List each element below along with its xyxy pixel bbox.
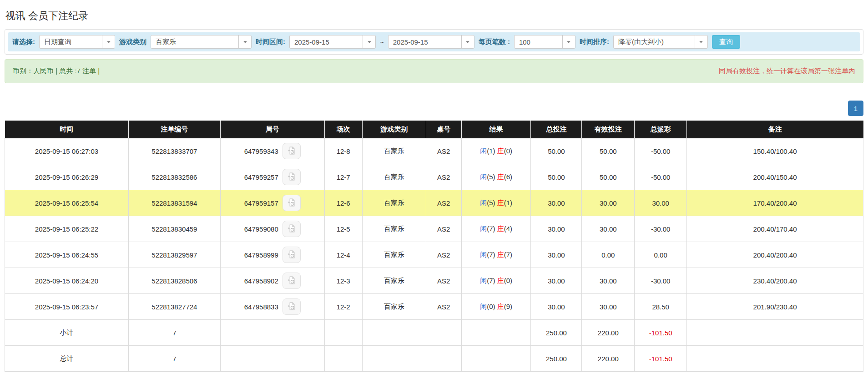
result-player-count: (7): [487, 225, 497, 232]
cell-payout: 30.00: [635, 190, 687, 216]
round-cell: 647959157: [221, 195, 324, 211]
time-sort-value: 降幂(由大到小): [614, 35, 695, 48]
summary-label: 小计: [5, 320, 129, 346]
cell-session: 12-3: [324, 268, 362, 294]
video-replay-button[interactable]: [283, 195, 301, 211]
chevron-down-icon[interactable]: [562, 35, 575, 48]
video-replay-button[interactable]: [283, 298, 301, 315]
query-type-select[interactable]: 日期查询: [39, 35, 115, 49]
cell-total-bet[interactable]: 30.00: [531, 190, 582, 216]
result-player-label: 闲: [480, 303, 487, 310]
column-header: 场次: [324, 121, 362, 138]
table-row: 2025-09-15 06:23:57522813827724647958833…: [5, 294, 863, 320]
chevron-down-icon[interactable]: [363, 35, 375, 48]
chevron-down-icon[interactable]: [461, 35, 474, 48]
records-table: 时间注单编号局号场次游戏类别桌号结果总投注有效投注总派彩备注 2025-09-1…: [5, 121, 863, 372]
currency-total-text: 币别：人民币 | 总共 :7 注单 |: [13, 67, 100, 76]
cell-total-bet[interactable]: 30.00: [531, 216, 582, 242]
result-banker-count: (6): [504, 173, 512, 181]
date-to-select[interactable]: 2025-09-15: [388, 35, 474, 49]
page-1-button[interactable]: 1: [848, 101, 863, 116]
cell-total-bet[interactable]: 30.00: [531, 242, 582, 268]
round-id: 647959080: [244, 225, 278, 233]
video-replay-button[interactable]: [283, 247, 301, 263]
page-size-select[interactable]: 100: [514, 35, 575, 49]
cell-payout: -50.00: [635, 138, 687, 164]
date-from-select[interactable]: 2025-09-15: [289, 35, 376, 49]
cell-payout: 0.00: [635, 242, 687, 268]
cell-remark: 230.40/200.40: [687, 268, 863, 294]
summary-empty: [324, 320, 362, 346]
cell-table-no: AS2: [426, 268, 461, 294]
video-replay-button[interactable]: [283, 273, 301, 289]
cell-payout: -50.00: [635, 164, 687, 190]
cell-time: 2025-09-15 06:24:20: [5, 268, 129, 294]
round-cell: 647958999: [221, 247, 324, 263]
column-header: 桌号: [426, 121, 461, 138]
cell-total-bet[interactable]: 50.00: [531, 164, 582, 190]
search-button[interactable]: 查询: [712, 35, 740, 49]
summary-count: 7: [128, 346, 220, 372]
game-type-label: 游戏类别: [119, 38, 146, 46]
cell-round: 647959257: [220, 164, 324, 190]
chevron-down-icon[interactable]: [238, 35, 251, 48]
chevron-down-icon[interactable]: [102, 35, 115, 48]
cell-round: 647959343: [220, 138, 324, 164]
cell-session: 12-6: [324, 190, 362, 216]
cell-table-no: AS2: [426, 190, 461, 216]
summary-empty: [362, 346, 426, 372]
cell-game-type: 百家乐: [362, 268, 426, 294]
column-header: 注单编号: [128, 121, 220, 138]
time-sort-select[interactable]: 降幂(由大到小): [613, 35, 708, 49]
video-replay-icon: [287, 302, 296, 312]
video-replay-button[interactable]: [283, 221, 301, 237]
cell-valid-bet: 30.00: [582, 216, 635, 242]
column-header: 游戏类别: [362, 121, 426, 138]
cell-round: 647959080: [220, 216, 324, 242]
summary-empty: [461, 320, 531, 346]
table-row: 2025-09-15 06:25:22522813830459647959080…: [5, 216, 863, 242]
game-type-select[interactable]: 百家乐: [151, 35, 252, 49]
result-banker-count: (7): [504, 251, 512, 258]
cell-result: 闲(1) 庄(0): [461, 138, 531, 164]
column-header: 时间: [5, 121, 129, 138]
cell-bet-id: 522813828506: [128, 268, 220, 294]
round-id: 647958999: [244, 251, 278, 259]
cell-time: 2025-09-15 06:24:55: [5, 242, 129, 268]
table-row: 2025-09-15 06:24:20522813828506647958902…: [5, 268, 863, 294]
cell-bet-id: 522813831594: [128, 190, 220, 216]
result-banker-label: 庄: [497, 303, 504, 310]
result-banker-label: 庄: [497, 147, 504, 155]
date-to-value: 2025-09-15: [389, 35, 461, 48]
cell-total-bet[interactable]: 30.00: [531, 268, 582, 294]
video-replay-icon: [287, 172, 296, 182]
summary-empty: [426, 320, 461, 346]
summary-label: 总计: [5, 346, 129, 372]
cell-valid-bet: 30.00: [582, 190, 635, 216]
table-row: 2025-09-15 06:26:29522813832586647959257…: [5, 164, 863, 190]
cell-remark: 200.40/170.40: [687, 216, 863, 242]
cell-total-bet[interactable]: 50.00: [531, 138, 582, 164]
result-player-count: (1): [487, 147, 497, 155]
cell-bet-id: 522813832586: [128, 164, 220, 190]
cell-time: 2025-09-15 06:27:03: [5, 138, 129, 164]
cell-valid-bet: 30.00: [582, 268, 635, 294]
chevron-down-icon[interactable]: [695, 35, 707, 48]
cell-result: 闲(7) 庄(0): [461, 268, 531, 294]
video-replay-button[interactable]: [283, 169, 301, 185]
cell-payout: 28.50: [635, 294, 687, 320]
round-id: 647959257: [244, 173, 278, 181]
cell-result: 闲(0) 庄(9): [461, 294, 531, 320]
pagination-top: 1: [5, 101, 863, 116]
video-replay-icon: [287, 250, 296, 260]
table-row: 2025-09-15 06:24:55522813829597647958999…: [5, 242, 863, 268]
table-row: 2025-09-15 06:25:54522813831594647959157…: [5, 190, 863, 216]
cell-time: 2025-09-15 06:25:22: [5, 216, 129, 242]
video-replay-button[interactable]: [283, 143, 301, 159]
round-cell: 647958833: [221, 298, 324, 315]
round-cell: 647959080: [221, 221, 324, 237]
result-banker-count: (9): [504, 303, 512, 310]
cell-total-bet[interactable]: 30.00: [531, 294, 582, 320]
summary-count: 7: [128, 320, 220, 346]
cell-round: 647958902: [220, 268, 324, 294]
